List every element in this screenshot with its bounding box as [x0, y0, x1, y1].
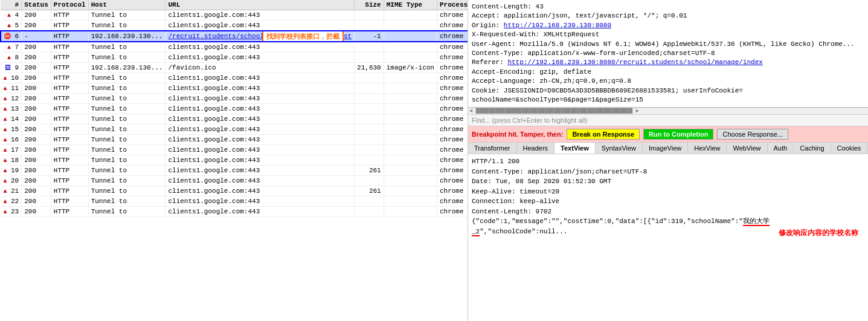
table-row[interactable]: ▲ 11 200 HTTP Tunnel to clients1.google.…	[1, 83, 468, 94]
tab-caching[interactable]: Caching	[794, 143, 831, 154]
left-panel: # Status Protocol Host URL Size MIME Typ…	[0, 0, 468, 321]
table-row[interactable]: ▲ 15 200 HTTP Tunnel to clients1.google.…	[1, 125, 468, 135]
row-url: /favicon.ico	[166, 63, 355, 73]
table-row[interactable]: 🖼 9 200 HTTP 192.168.239.130... /favicon…	[1, 63, 468, 73]
warning-icon: ▲	[3, 106, 7, 112]
row-proto: HTTP	[51, 176, 88, 186]
row-status: 200	[22, 10, 51, 21]
breakpoint-bar: Breakpoint hit. Tamper, then: Break on R…	[468, 126, 868, 143]
row-host: Tunnel to	[88, 135, 166, 145]
table-row[interactable]: ▲ 13 200 HTTP Tunnel to clients1.google.…	[1, 104, 468, 114]
tabs-bar: TransformerHeadersTextViewSyntaxViewImag…	[468, 143, 868, 154]
table-row[interactable]: ▲ 22 200 HTTP Tunnel to clients1.google.…	[1, 196, 468, 207]
tab-syntaxview[interactable]: SyntaxView	[596, 143, 643, 154]
row-process: chrome	[437, 53, 468, 63]
row-mime	[384, 207, 437, 217]
table-row[interactable]: ▲ 21 200 HTTP Tunnel to clients1.google.…	[1, 186, 468, 196]
row-num: ▲ 7	[1, 42, 22, 53]
row-process: chrome	[437, 104, 468, 114]
row-size	[355, 207, 384, 217]
request-line: X-Requested-With: XMLHttpRequest	[472, 30, 864, 39]
row-num: ▲ 23	[1, 207, 22, 217]
table-row[interactable]: ▲ 19 200 HTTP Tunnel to clients1.google.…	[1, 166, 468, 176]
row-proto: HTTP	[51, 196, 88, 207]
request-line: Cookie: JSESSIONID=D9CBD5A3D3D5BBBDB689E…	[472, 86, 864, 96]
table-row[interactable]: ▲ 8 200 HTTP Tunnel to clients1.google.c…	[1, 53, 468, 63]
horizontal-scrollbar[interactable]: ◄ ██████████████████████████████████████…	[468, 108, 868, 115]
warning-icon: ▲	[3, 188, 7, 195]
table-row[interactable]: ⛔ 6 - HTTP 192.168.239.130... /recruit.s…	[1, 31, 468, 42]
row-num: ▲ 17	[1, 145, 22, 155]
row-url: clients1.google.com:443	[166, 10, 355, 21]
row-host: Tunnel to	[88, 21, 166, 31]
tab-hexview[interactable]: HexView	[688, 143, 727, 154]
row-num: 🖼 9	[1, 63, 22, 73]
row-mime	[384, 166, 437, 176]
row-size	[355, 42, 384, 53]
request-line: Accept-Encoding: gzip, deflate	[472, 68, 864, 77]
row-host: Tunnel to	[88, 10, 166, 21]
row-url: clients1.google.com:443	[166, 21, 355, 31]
row-host: Tunnel to	[88, 155, 166, 166]
warning-icon: ▲	[7, 12, 11, 19]
table-row[interactable]: ▲ 10 200 HTTP Tunnel to clients1.google.…	[1, 73, 468, 83]
right-panel: Content-Length: 43Accept: application/js…	[468, 0, 868, 321]
row-proto: HTTP	[51, 10, 88, 21]
row-num: ▲ 5	[1, 21, 22, 31]
table-row[interactable]: ▲ 14 200 HTTP Tunnel to clients1.google.…	[1, 114, 468, 125]
traffic-table[interactable]: # Status Protocol Host URL Size MIME Typ…	[0, 0, 468, 321]
row-url: clients1.google.com:443	[166, 53, 355, 63]
origin-link[interactable]: http://192.168.239.130:8080	[504, 22, 611, 29]
choose-response-button[interactable]: Choose Response...	[717, 129, 788, 140]
table-row[interactable]: ▲ 5 200 HTTP Tunnel to clients1.google.c…	[1, 21, 468, 31]
row-status: 200	[22, 186, 51, 196]
row-size	[355, 145, 384, 155]
table-row[interactable]: ▲ 17 200 HTTP Tunnel to clients1.google.…	[1, 145, 468, 155]
tab-textview[interactable]: TextView	[555, 143, 596, 154]
tab-webview[interactable]: WebView	[727, 143, 767, 154]
row-size	[355, 21, 384, 31]
callout-annotation: 找到学校列表接口，拦截	[262, 31, 344, 42]
row-size	[355, 176, 384, 186]
row-status: -	[22, 31, 51, 42]
referer-link[interactable]: http://192.168.239.130:8080/recruit.stud…	[507, 59, 762, 66]
row-status: 200	[22, 176, 51, 186]
row-num: ▲ 16	[1, 135, 22, 145]
row-host: Tunnel to	[88, 42, 166, 53]
image-icon: 🖼	[5, 65, 11, 71]
row-mime	[384, 53, 437, 63]
row-url: clients1.google.com:443	[166, 155, 355, 166]
underlined-school-name: 我的大学_2	[472, 218, 770, 236]
warning-icon: ▲	[3, 126, 7, 133]
row-num: ▲ 21	[1, 186, 22, 196]
table-row[interactable]: ▲ 23 200 HTTP Tunnel to clients1.google.…	[1, 207, 468, 217]
tab-imageview[interactable]: ImageView	[643, 143, 688, 154]
tab-cookies[interactable]: Cookies	[831, 143, 868, 154]
row-num: ▲ 13	[1, 104, 22, 114]
row-proto: HTTP	[51, 125, 88, 135]
run-to-completion-button[interactable]: Run to Completion	[643, 129, 713, 140]
row-status: 200	[22, 94, 51, 104]
table-row[interactable]: ▲ 16 200 HTTP Tunnel to clients1.google.…	[1, 135, 468, 145]
find-bar[interactable]: Find... (press Ctrl+Enter to highlight a…	[468, 115, 868, 126]
row-process: chrome	[437, 94, 468, 104]
table-row[interactable]: ▲ 4 200 HTTP Tunnel to clients1.google.c…	[1, 10, 468, 21]
row-process: chrome	[437, 176, 468, 186]
warning-icon: ▲	[7, 54, 11, 61]
table-row[interactable]: ▲ 20 200 HTTP Tunnel to clients1.google.…	[1, 176, 468, 186]
row-status: 200	[22, 42, 51, 53]
row-url: clients1.google.com:443	[166, 42, 355, 53]
break-on-response-button[interactable]: Break on Response	[567, 129, 640, 140]
response-line: Date: Tue, 08 Sep 2020 01:52:30 GMT	[472, 177, 864, 187]
row-num: ▲ 22	[1, 196, 22, 207]
table-row[interactable]: ▲ 7 200 HTTP Tunnel to clients1.google.c…	[1, 42, 468, 53]
tab-transformer[interactable]: Transformer	[468, 143, 517, 154]
row-proto: HTTP	[51, 114, 88, 125]
row-status: 200	[22, 21, 51, 31]
find-placeholder: Find... (press Ctrl+Enter to highlight a…	[472, 117, 587, 124]
table-row[interactable]: ▲ 12 200 HTTP Tunnel to clients1.google.…	[1, 94, 468, 104]
tab-headers[interactable]: Headers	[517, 143, 555, 154]
row-host: Tunnel to	[88, 53, 166, 63]
tab-auth[interactable]: Auth	[768, 143, 794, 154]
table-row[interactable]: ▲ 18 200 HTTP Tunnel to clients1.google.…	[1, 155, 468, 166]
